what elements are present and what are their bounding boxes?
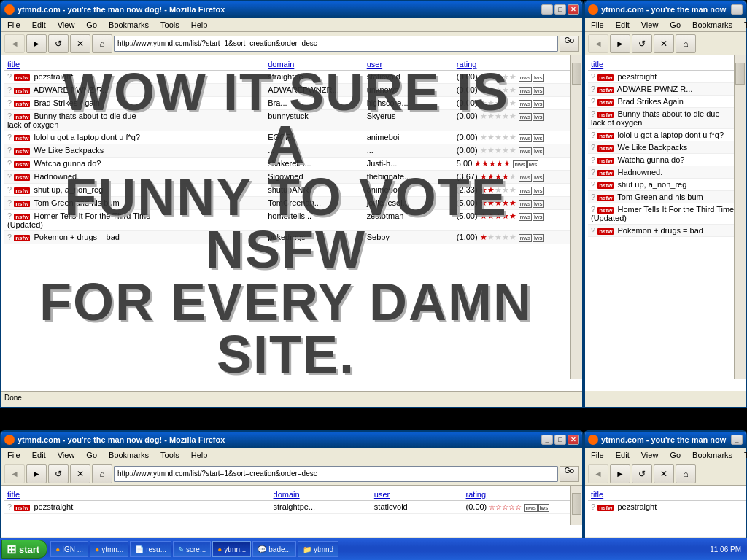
menu-tools-br[interactable]: Tools bbox=[741, 451, 747, 459]
menu-bookmarks-bl[interactable]: Bookmarks bbox=[106, 451, 152, 459]
taskbar-item-ign[interactable]: ● IGN ... bbox=[50, 541, 88, 557]
menu-bookmarks-tr[interactable]: Bookmarks bbox=[689, 20, 735, 29]
home-btn-tr[interactable]: ⌂ bbox=[676, 34, 696, 53]
menu-file-br[interactable]: File bbox=[588, 451, 607, 459]
menu-file-bl[interactable]: File bbox=[4, 451, 23, 459]
forward-btn-br[interactable]: ► bbox=[610, 464, 630, 483]
minimize-btn-tr[interactable]: _ bbox=[731, 4, 743, 15]
menu-bookmarks[interactable]: Bookmarks bbox=[106, 20, 152, 29]
reload-btn-br[interactable]: ↺ bbox=[632, 464, 652, 483]
taskbar-item-bade[interactable]: 💬 bade... bbox=[252, 541, 296, 557]
menu-view-tr[interactable]: View bbox=[638, 20, 662, 29]
forward-button[interactable]: ► bbox=[26, 34, 47, 53]
table-row: ? nsfw pezstraight bbox=[588, 71, 746, 83]
reload-btn-bl[interactable]: ↺ bbox=[48, 464, 69, 483]
min-btn-br[interactable]: _ bbox=[731, 435, 743, 445]
col-title-r[interactable]: title bbox=[588, 58, 746, 71]
taskbar-label-resu: resu... bbox=[146, 545, 166, 553]
menu-tools-bl[interactable]: Tools bbox=[158, 451, 182, 459]
menu-view-br[interactable]: View bbox=[638, 451, 662, 459]
stop-btn-tr[interactable]: ✕ bbox=[654, 34, 674, 53]
address-bar-top-left[interactable]: http://www.ytmnd.com/list/?start=1&sort=… bbox=[114, 36, 558, 52]
maximize-button-top-left[interactable]: □ bbox=[554, 4, 566, 15]
menu-edit-tr[interactable]: Edit bbox=[613, 20, 632, 29]
stop-btn-br[interactable]: ✕ bbox=[654, 464, 674, 483]
menu-bookmarks-br[interactable]: Bookmarks bbox=[689, 451, 735, 459]
taskbar-item-resu[interactable]: 📄 resu... bbox=[130, 541, 171, 557]
taskbar-item-scre[interactable]: ✎ scre... bbox=[173, 541, 211, 557]
scrollbar-top-right[interactable] bbox=[734, 55, 746, 379]
home-btn-bl[interactable]: ⌂ bbox=[92, 464, 112, 483]
stop-btn-bl[interactable]: ✕ bbox=[70, 464, 90, 483]
col-title-bl[interactable]: title bbox=[4, 489, 271, 501]
table-row: ? nsfw Hadnowned. bbox=[588, 166, 746, 179]
forward-btn-tr[interactable]: ► bbox=[610, 34, 630, 53]
col-domain-bl[interactable]: domain bbox=[271, 489, 371, 501]
table-row: ? nsfw shut up, a_non_reg shutupANR anim… bbox=[4, 184, 570, 197]
menu-edit[interactable]: Edit bbox=[29, 20, 49, 29]
taskbar-icon-ytmn1: ● bbox=[95, 545, 99, 553]
scroll-thumb-bl[interactable] bbox=[572, 493, 581, 515]
start-button[interactable]: ⊞ start bbox=[1, 540, 47, 559]
taskbar-item-ytmn2[interactable]: ● ytmn... bbox=[212, 541, 251, 557]
scroll-thumb-tr[interactable] bbox=[735, 63, 745, 85]
back-button[interactable]: ◄ bbox=[4, 34, 25, 53]
table-row: ? nsfw Brad Strikes Again Bra... highsco… bbox=[4, 97, 570, 110]
back-btn-tr[interactable]: ◄ bbox=[588, 34, 608, 53]
close-button-top-left[interactable]: ✕ bbox=[568, 4, 579, 15]
menu-file-tr[interactable]: File bbox=[588, 20, 607, 29]
address-bar-bl[interactable]: http://www.ytmnd.com/list/?start=1&sort=… bbox=[114, 466, 558, 482]
close-btn-bl[interactable]: ✕ bbox=[568, 435, 579, 445]
taskbar-label-ign: IGN ... bbox=[62, 545, 83, 553]
scroll-thumb[interactable] bbox=[572, 63, 581, 85]
menu-go-bl[interactable]: Go bbox=[83, 451, 100, 459]
menu-go-br[interactable]: Go bbox=[667, 451, 684, 459]
menu-go-tr[interactable]: Go bbox=[667, 20, 684, 29]
min-btn-bl[interactable]: _ bbox=[541, 435, 553, 445]
stop-button[interactable]: ✕ bbox=[70, 34, 90, 53]
back-btn-br[interactable]: ◄ bbox=[588, 464, 608, 483]
sites-table-br: title ? nsfw pezstraight bbox=[588, 489, 746, 513]
browser-top-right: ytmnd.com - you're the man now _ File Ed… bbox=[584, 0, 747, 408]
reload-button[interactable]: ↺ bbox=[48, 34, 69, 53]
menu-view[interactable]: View bbox=[55, 20, 78, 29]
menu-go[interactable]: Go bbox=[83, 20, 100, 29]
menu-edit-bl[interactable]: Edit bbox=[29, 451, 49, 459]
menu-file[interactable]: File bbox=[4, 20, 23, 29]
col-title-br[interactable]: title bbox=[588, 489, 746, 501]
col-rating[interactable]: rating bbox=[454, 58, 570, 71]
sites-table-right: title ? nsfw pezstraight? nsfw ADWARE PW… bbox=[588, 58, 746, 237]
max-btn-bl[interactable]: □ bbox=[554, 435, 566, 445]
menu-tools-tr[interactable]: Tools bbox=[741, 20, 747, 29]
reload-btn-tr[interactable]: ↺ bbox=[632, 34, 652, 53]
home-button[interactable]: ⌂ bbox=[92, 34, 112, 53]
taskbar-item-ytmnd[interactable]: 📁 ytmnd bbox=[298, 541, 338, 557]
forward-btn-bl[interactable]: ► bbox=[26, 464, 47, 483]
menu-help[interactable]: Help bbox=[188, 20, 211, 29]
table-row: ? nsfw ADWARE PWNZ R... bbox=[588, 83, 746, 96]
menu-tools[interactable]: Tools bbox=[158, 20, 182, 29]
col-user-bl[interactable]: user bbox=[371, 489, 463, 501]
col-user[interactable]: user bbox=[364, 58, 454, 71]
col-domain[interactable]: domain bbox=[265, 58, 363, 71]
minimize-button-top-left[interactable]: _ bbox=[541, 4, 553, 15]
taskbar-label-ytmn2: ytmn... bbox=[224, 545, 246, 553]
go-button[interactable]: Go bbox=[560, 36, 579, 52]
table-row: ? nsfw Brad Strikes Again bbox=[588, 96, 746, 108]
menu-help-bl[interactable]: Help bbox=[188, 451, 211, 459]
col-title[interactable]: title bbox=[4, 58, 265, 71]
scrollbar-bl[interactable] bbox=[570, 486, 582, 525]
go-btn-bl[interactable]: Go bbox=[560, 466, 579, 482]
taskbar-label-ytmn1: ytmn... bbox=[101, 545, 123, 553]
table-row-br: ? nsfw pezstraight bbox=[588, 501, 746, 513]
scrollbar-top-left[interactable] bbox=[570, 55, 582, 379]
col-rating-bl[interactable]: rating bbox=[463, 489, 582, 501]
menu-view-bl[interactable]: View bbox=[55, 451, 78, 459]
table-row: ? nsfw Pokemon + drugs = bad bbox=[588, 225, 746, 237]
table-row: ? nsfw Homer Tells It For the Third Time… bbox=[4, 210, 570, 231]
taskbar-item-ytmn1[interactable]: ● ytmn... bbox=[90, 541, 128, 557]
back-btn-bl[interactable]: ◄ bbox=[4, 464, 25, 483]
taskbar-items: ● IGN ... ● ytmn... 📄 resu... ✎ scre... … bbox=[50, 541, 704, 557]
menu-edit-br[interactable]: Edit bbox=[613, 451, 632, 459]
home-btn-br[interactable]: ⌂ bbox=[676, 464, 696, 483]
